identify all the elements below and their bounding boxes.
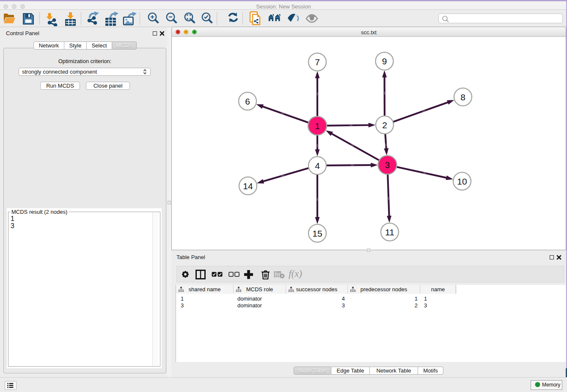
svg-text:10: 10 bbox=[457, 177, 467, 186]
svg-text:14: 14 bbox=[243, 181, 253, 191]
svg-text:7: 7 bbox=[315, 57, 320, 67]
svg-text:2: 2 bbox=[382, 120, 387, 130]
svg-text:8: 8 bbox=[460, 92, 465, 102]
svg-text:11: 11 bbox=[385, 227, 394, 237]
svg-text:1: 1 bbox=[315, 121, 320, 131]
svg-text:4: 4 bbox=[315, 161, 320, 171]
svg-text:3: 3 bbox=[385, 160, 390, 170]
svg-text:15: 15 bbox=[312, 229, 322, 238]
svg-text:9: 9 bbox=[382, 56, 387, 66]
svg-text:6: 6 bbox=[245, 97, 250, 106]
